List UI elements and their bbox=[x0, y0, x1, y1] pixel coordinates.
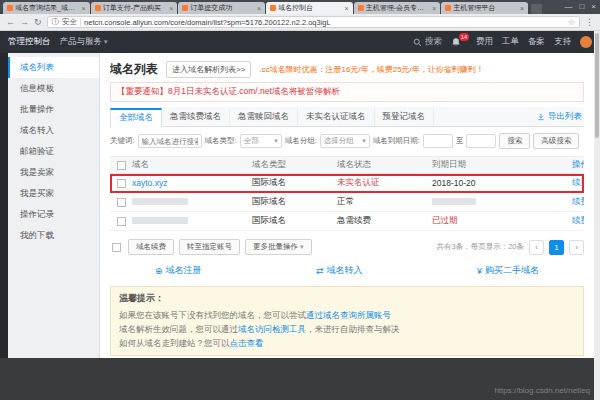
tab-title: 主机管理平台 bbox=[453, 3, 518, 13]
window-close-button[interactable]: × bbox=[591, 3, 596, 11]
sidebar-item-email-verify[interactable]: 邮箱验证 bbox=[8, 141, 99, 162]
advanced-search-button[interactable]: 高级搜索 bbox=[533, 133, 579, 149]
row-action-link[interactable]: 续费 bbox=[572, 215, 584, 227]
batch-renew-button[interactable]: 域名续费 bbox=[128, 239, 174, 255]
window-maximize-button[interactable]: □ bbox=[579, 3, 584, 11]
domain-status: 正常 bbox=[337, 196, 432, 208]
site-favicon-icon bbox=[7, 5, 13, 11]
console-brand[interactable]: 管理控制台 bbox=[8, 36, 51, 48]
sidebar-item-downloads[interactable]: 我的下载 bbox=[8, 225, 99, 246]
row-checkbox[interactable] bbox=[116, 197, 125, 206]
row-action-link[interactable]: 续费 bbox=[572, 177, 584, 189]
important-notice[interactable]: 【重要通知】8月1日未实名认证.com/.net域名将被暂停解析 bbox=[110, 82, 584, 102]
expire-start-input[interactable] bbox=[423, 134, 453, 148]
tab-all-domains[interactable]: 全部域名 bbox=[110, 108, 162, 127]
buy-secondhand-link[interactable]: ¥ 购买二手域名 bbox=[477, 264, 539, 277]
prev-page-button[interactable]: ‹ bbox=[529, 240, 544, 255]
group-select[interactable]: 选择分组 ▾ bbox=[320, 134, 370, 148]
export-list-label: 导出列表 bbox=[548, 111, 582, 123]
col-expire: 到期日期 bbox=[432, 159, 572, 171]
user-avatar[interactable] bbox=[580, 36, 592, 48]
site-favicon-icon bbox=[182, 5, 188, 11]
reload-icon[interactable]: ↻ bbox=[34, 18, 42, 27]
export-list-link[interactable]: 导出列表 bbox=[537, 111, 584, 126]
browser-tab[interactable]: 主机管理平台 × bbox=[441, 2, 528, 14]
dns-list-button[interactable]: 进入域名解析列表>> bbox=[166, 61, 251, 78]
nav-item-icp[interactable]: 备案 bbox=[528, 36, 545, 48]
tab-title: 主机管理-会员专区-万网 bbox=[366, 3, 431, 13]
download-icon bbox=[537, 113, 545, 121]
new-tab-button[interactable] bbox=[531, 4, 542, 14]
browser-tab[interactable]: 订单提交成功 × bbox=[178, 2, 265, 14]
tab-unverified[interactable]: 未实名认证域名 bbox=[298, 107, 375, 126]
search-button[interactable]: 搜索 bbox=[499, 133, 530, 149]
tip-link-dns-check-tool[interactable]: 域名访问检测工具 bbox=[238, 324, 306, 334]
scrollbar[interactable] bbox=[594, 31, 600, 400]
register-domain-link[interactable]: ⊕ 域名注册 bbox=[155, 264, 202, 277]
next-page-button[interactable]: › bbox=[569, 240, 584, 255]
nav-item-support[interactable]: 支持 bbox=[554, 36, 571, 48]
col-status: 域名状态 bbox=[337, 159, 432, 171]
tab-close-icon[interactable]: × bbox=[169, 5, 173, 12]
tab-close-icon[interactable]: × bbox=[345, 5, 349, 12]
forward-icon[interactable]: → bbox=[20, 18, 29, 27]
tip-link-query-account[interactable]: 通过域名查询所属账号 bbox=[306, 310, 391, 320]
obscured-date bbox=[432, 198, 476, 205]
domain-link[interactable]: xayto.xyz bbox=[132, 178, 167, 188]
select-all-checkbox[interactable] bbox=[116, 160, 125, 169]
buy-secondhand-label: 购买二手域名 bbox=[485, 264, 539, 277]
filter-bar: 关键词: 域名类型: 全部 ▾ 域名分组: 选择分组 ▾ 域名到期日期: 至 搜… bbox=[110, 133, 584, 149]
tip-suffix: ，来进行自助排查与解决 bbox=[306, 324, 400, 334]
info-icon[interactable]: ⓘ bbox=[52, 17, 60, 27]
tip-line: 域名解析生效问题，您可以通过域名访问检测工具，来进行自助排查与解决 bbox=[119, 322, 575, 336]
row-checkbox[interactable] bbox=[116, 178, 125, 187]
sidebar-item-info-template[interactable]: 信息模板 bbox=[8, 78, 99, 99]
browser-tab-active[interactable]: 域名控制台 × bbox=[266, 2, 353, 14]
back-icon[interactable]: ← bbox=[6, 18, 15, 27]
nav-search[interactable]: 搜索 bbox=[413, 36, 442, 48]
nav-item-fees[interactable]: 费用 bbox=[476, 36, 493, 48]
site-favicon-icon bbox=[270, 5, 276, 11]
type-select[interactable]: 全部 ▾ bbox=[240, 134, 282, 148]
batch-more-select[interactable]: 更多批量操作 ▾ bbox=[245, 239, 312, 255]
sidebar-item-domain-list[interactable]: 域名列表 bbox=[8, 57, 99, 78]
tab-close-icon[interactable]: × bbox=[82, 5, 86, 12]
sidebar-item-transfer-in[interactable]: 域名转入 bbox=[8, 120, 99, 141]
sidebar-item-op-log[interactable]: 操作记录 bbox=[8, 204, 99, 225]
transfer-in-link[interactable]: ⇄ 域名转入 bbox=[316, 264, 363, 277]
page-number-current[interactable]: 1 bbox=[549, 240, 564, 255]
page-title: 域名列表 bbox=[110, 61, 158, 78]
batch-select-all-checkbox[interactable] bbox=[112, 242, 121, 251]
notification-bell[interactable]: 14 bbox=[451, 37, 467, 47]
tab-redeem-urgent[interactable]: 急需赎回域名 bbox=[230, 107, 298, 126]
browser-menu-icon[interactable]: ⋮ bbox=[585, 18, 594, 27]
tab-renew-urgent[interactable]: 急需续费域名 bbox=[162, 107, 230, 126]
window-minimize-button[interactable]: — bbox=[564, 3, 572, 11]
tip-line: 如何从域名走到建站？您可以点击查看 bbox=[119, 336, 575, 350]
site-favicon-icon bbox=[95, 5, 101, 11]
tip-link-view[interactable]: 点击查看 bbox=[230, 338, 264, 348]
url-field[interactable]: ⓘ 安全 netcn.console.aliyun.com/core/domai… bbox=[47, 16, 580, 28]
expire-end-input[interactable] bbox=[466, 134, 496, 148]
sidebar: 域名列表 信息模板 批量操作 域名转入 邮箱验证 我是卖家 我是买家 操作记录 … bbox=[8, 53, 100, 358]
products-menu[interactable]: 产品与服务 ▾ bbox=[60, 36, 108, 48]
sidebar-item-seller[interactable]: 我是卖家 bbox=[8, 162, 99, 183]
browser-tab[interactable]: 域名查询结果_域名信息查询 × bbox=[3, 2, 90, 14]
row-action-link[interactable]: 续费 bbox=[572, 196, 584, 208]
tab-title: 订单支付-产品购买 bbox=[103, 3, 168, 13]
browser-tab[interactable]: 订单支付-产品购买 × bbox=[91, 2, 178, 14]
nav-item-tickets[interactable]: 工单 bbox=[502, 36, 519, 48]
keyword-input[interactable] bbox=[138, 134, 202, 148]
screen: 域名查询结果_域名信息查询 × 订单支付-产品购买 × 订单提交成功 × 域名控… bbox=[0, 0, 600, 400]
tab-preregistered[interactable]: 预登记域名 bbox=[375, 107, 435, 126]
tab-close-icon[interactable]: × bbox=[520, 5, 524, 12]
sidebar-item-buyer[interactable]: 我是买家 bbox=[8, 183, 99, 204]
scrollbar-thumb[interactable] bbox=[595, 33, 599, 138]
tab-close-icon[interactable]: × bbox=[432, 5, 436, 12]
browser-tab[interactable]: 主机管理-会员专区-万网 × bbox=[354, 2, 441, 14]
sidebar-item-batch-ops[interactable]: 批量操作 bbox=[8, 99, 99, 120]
bookmark-star-icon[interactable]: ☆ bbox=[568, 18, 575, 27]
row-checkbox[interactable] bbox=[116, 216, 125, 225]
tab-close-icon[interactable]: × bbox=[257, 5, 261, 12]
batch-transfer-button[interactable]: 转至指定账号 bbox=[179, 239, 240, 255]
